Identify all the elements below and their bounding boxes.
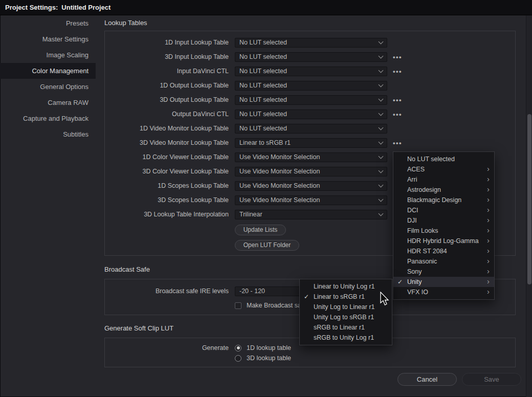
- generate-3d-row: 3D lookup table: [105, 353, 515, 363]
- more-options-button[interactable]: [393, 96, 402, 104]
- dropdown-value: No LUT selected: [239, 39, 379, 46]
- menu-item-label: Astrodesign: [407, 186, 441, 193]
- sidebar-item-color-management[interactable]: Color Management: [0, 63, 96, 79]
- scrollbar-track[interactable]: [526, 15, 532, 397]
- row-label: 3D Color Viewer Lookup Table: [105, 168, 229, 175]
- chevron-down-icon: [379, 82, 384, 87]
- menu-item-label: Unity Log to sRGB r1: [314, 314, 374, 321]
- row-label: Input DaVinci CTL: [105, 68, 229, 75]
- settings-sidebar: Presets Master Settings Image Scaling Co…: [0, 15, 96, 397]
- scrollbar-thumb[interactable]: [527, 114, 531, 284]
- menu-item-panasonic[interactable]: Panasonic: [393, 256, 494, 267]
- submenu-item-linear-to-srgb[interactable]: Linear to sRGB r1: [300, 292, 392, 302]
- submenu-arrow-icon: [487, 267, 490, 277]
- row-label: 3D Scopes Lookup Table: [105, 196, 229, 204]
- lut-dropdown-1d-color-viewer[interactable]: Use Video Monitor Selection: [235, 152, 387, 162]
- row-label: 1D Output Lookup Table: [105, 82, 229, 89]
- chevron-down-icon: [379, 53, 384, 58]
- title-bar: Project Settings: Untitled Project: [0, 0, 532, 15]
- submenu-item-srgb-to-linear[interactable]: sRGB to Linear r1: [300, 322, 392, 333]
- menu-item-label: Sony: [407, 268, 422, 275]
- lut-dropdown-1d-scopes[interactable]: Use Video Monitor Selection: [235, 181, 387, 191]
- chevron-down-icon: [379, 68, 384, 73]
- update-lists-button[interactable]: Update Lists: [235, 225, 286, 235]
- checkbox-label: Make Broadcast safe: [247, 302, 306, 309]
- submenu-arrow-icon: [487, 287, 490, 297]
- row-label: 3D Input Lookup Table: [105, 53, 229, 60]
- menu-item-label: DCI: [407, 207, 418, 214]
- section-heading-broadcast-safe: Broadcast Safe: [104, 266, 150, 273]
- save-button[interactable]: Save: [462, 373, 521, 386]
- menu-item-label: HDR ST 2084: [407, 248, 447, 255]
- menu-item-astrodesign[interactable]: Astrodesign: [393, 185, 494, 195]
- menu-item-dci[interactable]: DCI: [393, 205, 494, 215]
- row-label: 3D Lookup Table Interpolation: [105, 211, 229, 218]
- row-label: Broadcast safe IRE levels: [105, 288, 229, 295]
- sidebar-item-general-options[interactable]: General Options: [0, 79, 96, 95]
- more-options-button[interactable]: [393, 111, 402, 118]
- menu-item-dji[interactable]: DJI: [393, 215, 494, 226]
- more-options-button[interactable]: [393, 139, 402, 147]
- menu-item-vfx-io[interactable]: VFX IO: [393, 287, 494, 297]
- lut-dropdown-3d-output[interactable]: No LUT selected: [235, 95, 387, 105]
- check-icon: [397, 277, 403, 287]
- menu-item-no-lut-selected[interactable]: No LUT selected: [393, 154, 494, 164]
- dropdown-value: Use Video Monitor Selection: [239, 168, 379, 175]
- open-lut-folder-button[interactable]: Open LUT Folder: [235, 240, 299, 251]
- submenu-arrow-icon: [487, 226, 490, 236]
- more-options-button[interactable]: [393, 68, 402, 75]
- submenu-item-srgb-to-unity-log[interactable]: sRGB to Unity Log r1: [300, 333, 392, 343]
- lut-dropdown-3d-color-viewer[interactable]: Use Video Monitor Selection: [235, 167, 387, 177]
- dropdown-value: No LUT selected: [239, 96, 379, 103]
- menu-item-film-looks[interactable]: Film Looks: [393, 226, 494, 236]
- lut-dropdown-3d-input[interactable]: No LUT selected: [235, 52, 387, 62]
- dropdown-value: Trilinear: [239, 211, 379, 218]
- make-broadcast-safe-checkbox[interactable]: [235, 302, 241, 309]
- submenu-arrow-icon: [487, 195, 490, 205]
- row-label: 1D Color Viewer Lookup Table: [105, 153, 229, 161]
- menu-item-label: Unity: [407, 278, 422, 285]
- sidebar-item-presets[interactable]: Presets: [0, 15, 96, 31]
- unity-submenu: Linear to Unity Log r1 Linear to sRGB r1…: [299, 279, 392, 345]
- dropdown-value: Use Video Monitor Selection: [239, 182, 379, 189]
- sidebar-item-image-scaling[interactable]: Image Scaling: [0, 47, 96, 63]
- sidebar-item-subtitles[interactable]: Subtitles: [0, 126, 96, 142]
- lut-dropdown-output-ctl[interactable]: No LUT selected: [235, 109, 387, 119]
- lut-dropdown-3d-scopes[interactable]: Use Video Monitor Selection: [235, 195, 387, 205]
- lut-dropdown-1d-output[interactable]: No LUT selected: [235, 81, 387, 91]
- menu-item-arri[interactable]: Arri: [393, 174, 494, 185]
- row-label: 1D Input Lookup Table: [105, 39, 229, 46]
- submenu-item-unity-log-to-srgb[interactable]: Unity Log to sRGB r1: [300, 312, 392, 322]
- check-icon: [304, 292, 309, 302]
- radio-1d-lookup-table[interactable]: [235, 345, 241, 351]
- chevron-down-icon: [379, 125, 384, 130]
- lut-dropdown-interpolation[interactable]: Trilinear: [235, 210, 387, 219]
- sidebar-item-master-settings[interactable]: Master Settings: [0, 31, 96, 47]
- chevron-down-icon: [379, 139, 384, 144]
- menu-item-blackmagic-design[interactable]: Blackmagic Design: [393, 195, 494, 205]
- sidebar-item-camera-raw[interactable]: Camera RAW: [0, 95, 96, 111]
- submenu-item-linear-to-unity-log[interactable]: Linear to Unity Log r1: [300, 281, 392, 292]
- submenu-arrow-icon: [487, 215, 490, 226]
- menu-item-label: Arri: [407, 176, 417, 183]
- menu-item-hdr-hybrid-log-gamma[interactable]: HDR Hybrid Log-Gamma: [393, 236, 494, 246]
- menu-item-hdr-st-2084[interactable]: HDR ST 2084: [393, 246, 494, 256]
- sidebar-item-capture-and-playback[interactable]: Capture and Playback: [0, 111, 96, 126]
- row-label: 1D Video Monitor Lookup Table: [105, 125, 229, 132]
- chevron-down-icon: [379, 96, 384, 101]
- submenu-arrow-icon: [487, 185, 490, 195]
- cancel-button[interactable]: Cancel: [397, 373, 457, 386]
- lut-dropdown-1d-video-monitor[interactable]: No LUT selected: [235, 124, 387, 134]
- submenu-item-unity-log-to-linear[interactable]: Unity Log to Linear r1: [300, 302, 392, 312]
- menu-item-sony[interactable]: Sony: [393, 267, 494, 277]
- menu-item-aces[interactable]: ACES: [393, 164, 494, 174]
- section-heading-lookup-tables: Lookup Tables: [104, 19, 147, 27]
- more-options-button[interactable]: [393, 53, 402, 61]
- lut-dropdown-3d-video-monitor[interactable]: Linear to sRGB r1: [235, 138, 387, 148]
- lut-dropdown-input-ctl[interactable]: No LUT selected: [235, 67, 387, 76]
- radio-3d-lookup-table[interactable]: [235, 355, 241, 362]
- lut-dropdown-1d-input[interactable]: No LUT selected: [235, 38, 387, 48]
- submenu-arrow-icon: [487, 256, 490, 267]
- menu-item-unity[interactable]: Unity: [393, 277, 494, 287]
- menu-item-label: sRGB to Linear r1: [314, 324, 365, 331]
